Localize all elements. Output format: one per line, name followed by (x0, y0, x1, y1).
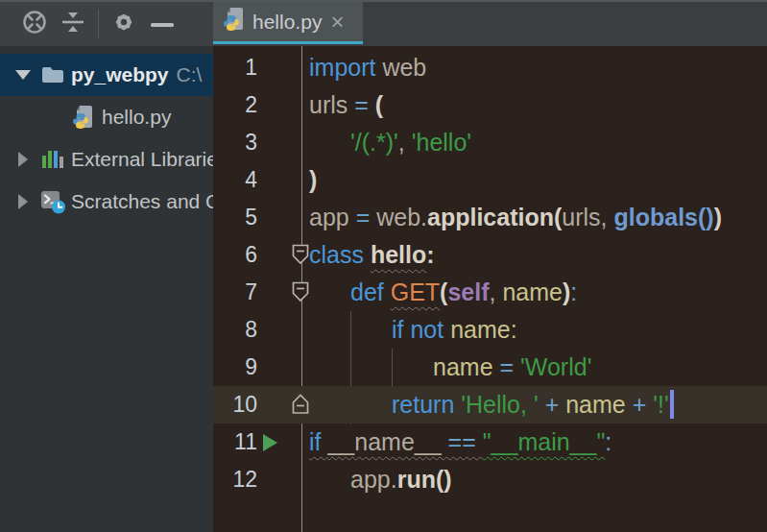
scratches-icon (38, 190, 67, 214)
line-number: 12 (213, 461, 257, 498)
project-tree-panel[interactable]: py_webpyC:\hello.pyExternal LibrariesScr… (0, 46, 213, 532)
python-file-icon (69, 105, 98, 131)
line-number: 4 (213, 161, 257, 199)
line-number: 10 (213, 386, 257, 423)
line-number: 5 (213, 199, 257, 236)
editor-tab-strip[interactable]: hello.py × (213, 2, 767, 46)
tree-item-scratches-and-consoles[interactable]: Scratches and Consoles (0, 181, 213, 223)
line-number: 11 (213, 423, 257, 461)
locate-button[interactable] (15, 5, 54, 43)
tree-item-path: C:\ (177, 63, 203, 86)
code-text: app = web.application(urls, globals()) (309, 199, 722, 236)
settings-icon (109, 8, 138, 40)
code-line-6[interactable]: 6class hello: (213, 236, 767, 274)
code-text: name = 'World' (433, 349, 591, 386)
code-line-11[interactable]: 11if __name__ == "__main__": (213, 423, 767, 461)
folder-icon (38, 64, 67, 85)
code-line-1[interactable]: 1import web (213, 49, 767, 86)
code-line-4[interactable]: 4) (213, 161, 767, 199)
tab-label: hello.py (252, 11, 322, 34)
code-line-8[interactable]: 8if not name: (213, 311, 767, 349)
code-line-2[interactable]: 2urls = ( (213, 86, 767, 124)
code-line-10[interactable]: 10return 'Hello, ' + name + '!' (213, 386, 767, 423)
line-number: 2 (213, 86, 257, 124)
code-editor[interactable]: 1import web2urls = (3'/(.*)', 'hello'4)5… (213, 46, 767, 532)
code-line-5[interactable]: 5app = web.application(urls, globals()) (213, 199, 767, 236)
tree-item-label: py_webpy (71, 63, 169, 86)
code-line-3[interactable]: 3'/(.*)', 'hello' (213, 124, 767, 161)
toolbar-divider (98, 10, 99, 38)
code-text: urls = ( (309, 86, 383, 124)
code-line-12[interactable]: 12app.run() (213, 461, 767, 498)
python-file-icon (223, 7, 246, 36)
tab-hello-py[interactable]: hello.py × (213, 2, 363, 44)
line-number: 1 (213, 49, 257, 86)
line-number: 8 (213, 311, 257, 349)
code-text: def GET(self, name): (350, 274, 577, 311)
tab-close-icon[interactable]: × (330, 12, 344, 32)
hide-panel-button[interactable] (143, 5, 181, 43)
collapse-all-icon (59, 10, 87, 38)
ide-window: hello.py × py_webpyC:\hello.pyExternal L… (0, 0, 767, 532)
fold-end-icon[interactable] (291, 393, 310, 420)
fold-collapse-icon[interactable] (291, 243, 310, 270)
line-number: 6 (213, 236, 257, 274)
main-area: py_webpyC:\hello.pyExternal LibrariesScr… (0, 46, 767, 532)
code-text: if not name: (392, 311, 517, 349)
collapse-all-button[interactable] (54, 5, 92, 43)
hide-panel-icon (150, 15, 175, 33)
locate-icon (20, 8, 49, 40)
code-text: '/(.*)', 'hello' (350, 124, 471, 161)
line-number: 3 (213, 124, 257, 161)
chevron-right-icon[interactable] (8, 152, 38, 167)
top-bar: hello.py × (0, 2, 767, 46)
code-text: return 'Hello, ' + name + '!' (392, 386, 674, 423)
tree-item-py-webpy[interactable]: py_webpyC:\ (0, 54, 213, 96)
chevron-down-icon[interactable] (8, 70, 38, 80)
text-caret (670, 390, 674, 419)
code-text: if __name__ == "__main__": (309, 423, 611, 461)
settings-button[interactable] (105, 5, 143, 43)
fold-collapse-icon[interactable] (291, 280, 310, 307)
tree-item-hello-py[interactable]: hello.py (0, 96, 213, 138)
tree-item-label: External Libraries (71, 148, 213, 171)
libraries-icon (38, 149, 67, 170)
code-text: import web (309, 49, 426, 86)
chevron-right-icon[interactable] (8, 194, 38, 209)
code-line-9[interactable]: 9name = 'World' (213, 349, 767, 386)
tree-item-label: hello.py (102, 106, 171, 129)
code-text: class hello: (309, 236, 435, 274)
line-number: 9 (213, 349, 257, 386)
code-line-7[interactable]: 7def GET(self, name): (213, 274, 767, 311)
run-button[interactable] (263, 434, 277, 451)
tree-item-external-libraries[interactable]: External Libraries (0, 138, 213, 181)
code-text: ) (309, 161, 317, 199)
tree-item-label: Scratches and Consoles (71, 190, 213, 213)
project-panel-toolbar (0, 2, 213, 46)
line-number: 7 (213, 274, 257, 311)
code-text: app.run() (350, 461, 452, 498)
